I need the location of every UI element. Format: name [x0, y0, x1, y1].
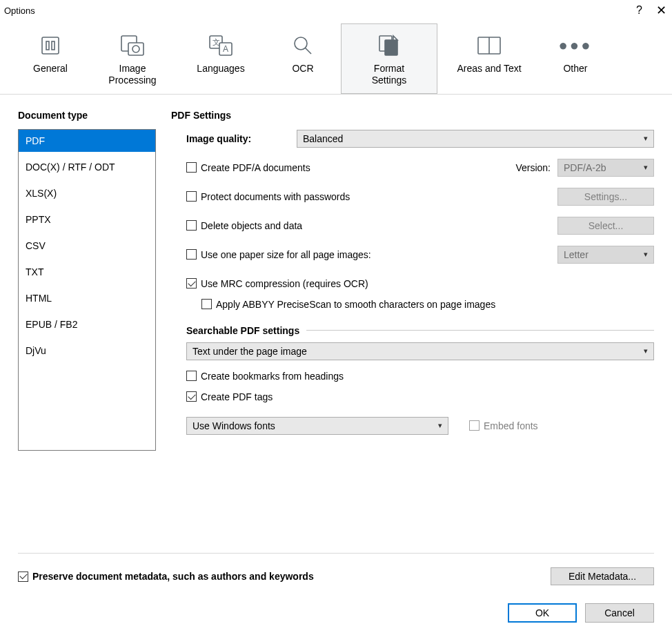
password-settings-button: Settings...	[557, 188, 654, 206]
doctype-xlsx[interactable]: XLS(X)	[19, 182, 155, 204]
format-settings-icon	[375, 30, 403, 61]
one-paper-size-checkbox[interactable]: Use one paper size for all page images:	[186, 249, 371, 260]
doctype-txt[interactable]: TXT	[19, 261, 155, 283]
other-icon: ●●●	[559, 30, 593, 61]
version-value: PDF/A-2b	[564, 162, 606, 173]
languages-icon: 文A	[207, 30, 235, 61]
svg-text:A: A	[223, 44, 228, 54]
one-paper-size-label: Use one paper size for all page images:	[201, 249, 371, 260]
tab-general[interactable]: General	[12, 23, 88, 82]
doctype-docx[interactable]: DOC(X) / RTF / ODT	[19, 156, 155, 178]
create-pdfa-label: Create PDF/A documents	[201, 162, 310, 173]
chevron-down-icon: ▾	[644, 250, 648, 259]
tab-label: Languages	[197, 63, 244, 75]
svg-rect-2	[52, 41, 55, 50]
embed-fonts-label: Embed fonts	[484, 420, 538, 431]
tab-areas-and-text[interactable]: Areas and Text	[437, 23, 541, 82]
embed-fonts-checkbox: Embed fonts	[469, 420, 538, 431]
fonts-combo[interactable]: Use Windows fonts ▾	[186, 417, 448, 435]
text-mode-combo[interactable]: Text under the page image ▾	[186, 342, 654, 360]
bookmarks-checkbox[interactable]: Create bookmarks from headings	[186, 371, 344, 382]
separator	[18, 553, 654, 554]
tab-ocr[interactable]: OCR	[265, 23, 341, 82]
svg-rect-0	[42, 37, 59, 54]
protect-passwords-checkbox[interactable]: Protect documents with passwords	[186, 191, 350, 202]
paper-size-value: Letter	[564, 249, 589, 260]
text-mode-value: Text under the page image	[192, 346, 307, 357]
preserve-metadata-checkbox[interactable]: Preserve document metadata, such as auth…	[18, 571, 314, 582]
version-combo: PDF/A-2b ▾	[557, 159, 654, 177]
document-type-list[interactable]: PDF DOC(X) / RTF / ODT XLS(X) PPTX CSV T…	[18, 129, 156, 451]
image-processing-icon	[119, 30, 146, 61]
mrc-compression-checkbox[interactable]: Use MRC compression (requires OCR)	[186, 278, 368, 289]
searchable-pdf-heading: Searchable PDF settings	[186, 325, 299, 336]
tab-languages[interactable]: 文A Languages	[177, 23, 265, 82]
chevron-down-icon: ▾	[644, 346, 648, 355]
close-icon[interactable]: ✕	[656, 4, 666, 17]
svg-text:文: 文	[213, 38, 220, 46]
svg-rect-1	[46, 41, 49, 50]
doctype-pptx[interactable]: PPTX	[19, 208, 155, 231]
areas-text-icon	[475, 30, 503, 61]
paper-size-combo: Letter ▾	[557, 246, 654, 264]
tab-label: General	[33, 63, 68, 75]
delete-objects-checkbox[interactable]: Delete objects and data	[186, 220, 302, 231]
ocr-icon	[290, 30, 315, 61]
select-objects-button: Select...	[557, 217, 654, 235]
tab-other[interactable]: ●●● Other	[541, 23, 610, 82]
bookmarks-label: Create bookmarks from headings	[201, 371, 344, 382]
preserve-metadata-label: Preserve document metadata, such as auth…	[32, 571, 314, 582]
pdf-tags-label: Create PDF tags	[201, 391, 273, 402]
cancel-button[interactable]: Cancel	[585, 603, 654, 623]
svg-rect-13	[385, 40, 397, 55]
doctype-epub[interactable]: EPUB / FB2	[19, 313, 155, 335]
pdf-tags-checkbox[interactable]: Create PDF tags	[186, 391, 273, 402]
chevron-down-icon: ▾	[438, 421, 442, 430]
tab-image-processing[interactable]: Image Processing	[88, 23, 177, 94]
protect-passwords-label: Protect documents with passwords	[201, 191, 350, 202]
doctype-djvu[interactable]: DjVu	[19, 340, 155, 362]
chevron-down-icon: ▾	[644, 163, 648, 172]
separator	[306, 330, 654, 331]
tab-label: Format Settings	[372, 63, 407, 86]
general-icon	[38, 30, 63, 61]
precisescan-label: Apply ABBYY PreciseScan to smooth charac…	[216, 299, 495, 310]
tab-label: Other	[563, 63, 587, 75]
delete-objects-label: Delete objects and data	[201, 220, 302, 231]
help-icon[interactable]: ?	[636, 4, 642, 17]
doctype-html[interactable]: HTML	[19, 287, 155, 309]
mrc-compression-label: Use MRC compression (requires OCR)	[201, 278, 368, 289]
titlebar: Options ? ✕	[0, 0, 672, 19]
tab-label: Areas and Text	[457, 63, 521, 75]
precisescan-checkbox[interactable]: Apply ABBYY PreciseScan to smooth charac…	[201, 299, 495, 310]
image-quality-combo[interactable]: Balanced ▾	[297, 130, 654, 148]
create-pdfa-checkbox[interactable]: Create PDF/A documents	[186, 162, 310, 173]
edit-metadata-button[interactable]: Edit Metadata...	[551, 567, 654, 585]
svg-line-11	[305, 48, 311, 54]
pdf-settings-heading: PDF Settings	[171, 110, 654, 121]
tab-format-settings[interactable]: Format Settings	[341, 23, 437, 94]
doctype-csv[interactable]: CSV	[19, 235, 155, 257]
tab-strip: General Image Processing 文A Languages OC…	[0, 19, 672, 95]
image-quality-value: Balanced	[303, 133, 343, 144]
svg-rect-4	[128, 43, 144, 55]
tab-label: OCR	[292, 63, 313, 75]
doctype-pdf[interactable]: PDF	[19, 130, 155, 152]
ok-button[interactable]: OK	[508, 603, 577, 623]
image-quality-label: Image quality:	[186, 133, 297, 144]
fonts-value: Use Windows fonts	[192, 420, 275, 431]
window-title: Options	[4, 6, 35, 16]
document-type-heading: Document type	[18, 110, 156, 121]
chevron-down-icon: ▾	[644, 134, 648, 143]
version-label: Version:	[515, 162, 551, 173]
tab-label: Image Processing	[108, 63, 156, 86]
